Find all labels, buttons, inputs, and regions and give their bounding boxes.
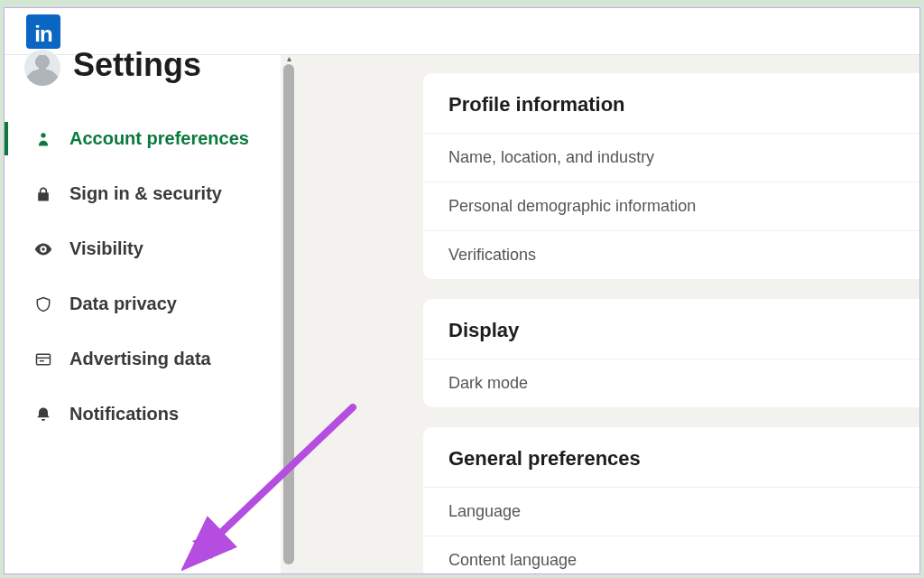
linkedin-logo[interactable]: in <box>26 14 60 49</box>
shield-icon <box>33 294 53 314</box>
main-content: Profile information Name, location, and … <box>297 55 919 573</box>
person-icon <box>33 129 53 149</box>
sidebar-item-label: Data privacy <box>69 293 177 315</box>
scrollbar-thumb[interactable] <box>283 64 294 564</box>
sidebar-item-data-privacy[interactable]: Data privacy <box>5 276 281 331</box>
app-window: in Settings Account preferences Sign in … <box>4 7 920 574</box>
settings-row-dark-mode[interactable]: Dark mode <box>423 359 919 407</box>
avatar[interactable] <box>24 50 60 86</box>
body-area: Settings Account preferences Sign in & s… <box>5 55 919 573</box>
sidebar-item-label: Account preferences <box>69 127 249 150</box>
sidebar-item-label: Advertising data <box>69 348 211 370</box>
sidebar-item-label: Visibility <box>69 238 143 260</box>
settings-row-verifications[interactable]: Verifications <box>423 230 919 279</box>
sidebar-item-visibility[interactable]: Visibility <box>5 221 281 276</box>
section-title: General preferences <box>423 427 919 487</box>
sidebar-item-sign-in-security[interactable]: Sign in & security <box>5 166 281 221</box>
settings-row-name-location-industry[interactable]: Name, location, and industry <box>423 133 919 182</box>
page-title: Settings <box>73 46 201 84</box>
section-profile-information: Profile information Name, location, and … <box>423 73 919 279</box>
sidebar-item-label: Sign in & security <box>69 182 222 205</box>
bell-icon <box>33 405 53 424</box>
settings-row-content-language[interactable]: Content language <box>423 536 919 573</box>
newspaper-icon <box>33 350 53 369</box>
section-display: Display Dark mode <box>423 299 919 407</box>
scroll-up-icon: ▴ <box>281 53 297 63</box>
settings-header: Settings <box>5 55 281 111</box>
sidebar: Settings Account preferences Sign in & s… <box>5 55 281 573</box>
eye-icon <box>33 239 53 259</box>
settings-row-personal-demographic[interactable]: Personal demographic information <box>423 182 919 230</box>
settings-row-language[interactable]: Language <box>423 487 919 536</box>
sidebar-item-label: Notifications <box>69 403 179 425</box>
lock-icon <box>33 184 53 204</box>
sidebar-item-account-preferences[interactable]: Account preferences <box>5 111 281 166</box>
sidebar-item-notifications[interactable]: Notifications <box>5 387 281 442</box>
section-title: Profile information <box>423 73 919 133</box>
svg-point-0 <box>41 133 45 137</box>
sidebar-item-advertising-data[interactable]: Advertising data <box>5 331 281 387</box>
section-general-preferences: General preferences Language Content lan… <box>423 427 919 573</box>
section-title: Display <box>423 299 919 359</box>
svg-rect-1 <box>37 354 51 365</box>
sidebar-scrollbar[interactable]: ▴ <box>281 55 297 573</box>
